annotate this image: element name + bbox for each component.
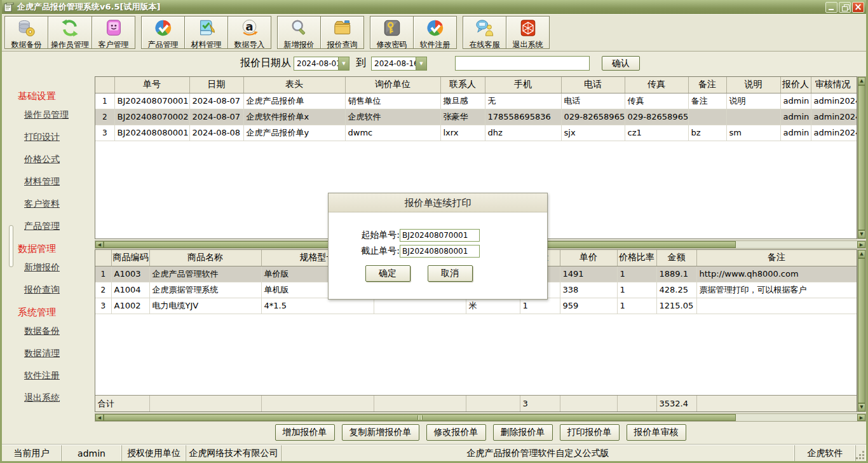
scroll-right-icon[interactable]: ▶ <box>857 414 865 421</box>
cell: 4*1.5 <box>261 298 374 314</box>
cell <box>696 396 857 411</box>
sidebar-item-price-formula[interactable]: 价格公式 <box>24 154 95 165</box>
cell: 企虎软件报价单x <box>243 109 345 125</box>
ok-button[interactable]: 确定 <box>365 265 410 282</box>
toolbar-operator-button[interactable]: 操作员管理 <box>48 16 92 49</box>
column-header: 单号 <box>114 77 189 93</box>
toolbar-backup-button[interactable]: 数据备份 <box>4 16 48 49</box>
filter-bar: 报价日期从 2024-08-01 到 2024-08-16 确认 <box>2 52 866 75</box>
cancel-button[interactable]: 取消 <box>428 265 473 282</box>
scroll-up-icon[interactable]: ▲ <box>858 77 865 85</box>
cell: 企虎产品管理软件 <box>149 266 261 282</box>
toolbar-product-button[interactable]: 产品管理 <box>141 16 185 49</box>
cell: 2024-08-07 <box>189 109 243 125</box>
cell: 说明 <box>726 93 780 109</box>
print-quote-button[interactable]: 打印报价单 <box>560 424 620 441</box>
date-to-combo[interactable]: 2024-08-16 <box>371 57 427 71</box>
toolbar-service-button[interactable]: 在线客服 <box>463 16 506 49</box>
toolbar-material-button[interactable]: 材料管理 <box>184 16 228 49</box>
toolbar-import-button[interactable]: a 数据导入 <box>227 16 271 49</box>
resize-grip[interactable] <box>856 445 866 461</box>
scroll-right-icon[interactable]: ▶ <box>857 241 865 248</box>
cell: 销售单位 <box>345 93 440 109</box>
column-header: 商品名称 <box>149 250 261 266</box>
chevron-down-icon[interactable] <box>416 57 426 70</box>
cell: bz <box>688 125 726 141</box>
toolbar-label: 在线客服 <box>470 40 500 49</box>
status-company: 企虎网络技术有限公司 <box>186 445 281 461</box>
column-header: 表头 <box>243 77 345 93</box>
cell: BJ202408070001 <box>114 93 189 109</box>
toolbar-register-button[interactable]: 软件注册 <box>413 16 457 49</box>
sidebar-item-cleanup[interactable]: 数据清理 <box>24 348 95 359</box>
cell: 1 <box>617 282 656 298</box>
cell: 企虎票据管理系统 <box>149 282 261 298</box>
scroll-down-icon[interactable]: ▼ <box>858 403 865 411</box>
quote-row[interactable]: 1 BJ202408070001 2024-08-07 企虎产品报价单 销售单位… <box>95 93 857 109</box>
sidebar-item-backup[interactable]: 数据备份 <box>24 326 95 337</box>
restore-button[interactable] <box>839 2 851 13</box>
scroll-down-icon[interactable]: ▼ <box>858 230 865 238</box>
sidebar-splitter-grip[interactable] <box>9 225 13 267</box>
toolbar-password-button[interactable]: 修改密码 <box>370 16 414 49</box>
app-window: 企虎产品报价管理系统v6.5[试用版本] 数据备份 操作员管理 客户管理 <box>0 0 868 463</box>
toolbar-label: 数据导入 <box>234 40 265 49</box>
toolbar-customer-button[interactable]: 客户管理 <box>92 16 135 49</box>
copy-new-quote-button[interactable]: 复制新增报价单 <box>342 424 419 441</box>
sidebar-item-exit[interactable]: 退出系统 <box>24 392 95 404</box>
cell <box>726 109 780 125</box>
sidebar-item-register[interactable]: 软件注册 <box>24 370 95 382</box>
add-quote-button[interactable]: 增加报价单 <box>275 424 335 441</box>
cell: 2 <box>95 282 111 298</box>
date-from-combo[interactable]: 2024-08-01 <box>294 57 349 71</box>
date-from-value: 2024-08-01 <box>294 57 338 70</box>
scroll-track[interactable] <box>736 241 857 248</box>
items-horizontal-scrollbar[interactable]: ◀ ▶ <box>95 413 866 422</box>
app-icon <box>4 3 14 12</box>
start-number-label: 起始单号: <box>329 230 400 241</box>
sidebar-item-quote-query[interactable]: 报价查询 <box>24 284 95 296</box>
delete-quote-button[interactable]: 删除报价单 <box>493 424 553 441</box>
sidebar-item-material[interactable]: 材料管理 <box>24 176 95 188</box>
status-user-value: admin <box>62 445 122 461</box>
cell: A1004 <box>111 282 149 298</box>
toolbar-new-quote-button[interactable]: 新增报价 <box>277 16 321 49</box>
quote-row-selected[interactable]: 2 BJ202408070002 2024-08-07 企虎软件报价单x 企虎软… <box>95 109 857 125</box>
chevron-down-icon[interactable] <box>338 57 349 70</box>
scroll-up-icon[interactable]: ▲ <box>858 250 865 258</box>
scroll-thumb[interactable] <box>104 414 736 421</box>
toolbar-label: 软件注册 <box>420 40 451 49</box>
sidebar-item-print-design[interactable]: 打印设计 <box>24 132 95 143</box>
end-number-input[interactable] <box>400 245 480 258</box>
scroll-left-icon[interactable]: ◀ <box>95 241 104 248</box>
quote-row[interactable]: 3 BJ202408080001 2024-08-08 企虎产品报价单y dwm… <box>95 125 857 141</box>
cell: admin2024- <box>811 93 857 109</box>
total-label: 合计 <box>95 396 149 411</box>
items-vertical-scrollbar[interactable]: ▲ ▼ <box>857 249 866 412</box>
sidebar-item-customer[interactable]: 客户资料 <box>24 198 95 210</box>
quotes-vertical-scrollbar[interactable]: ▲ ▼ <box>857 76 866 239</box>
svg-text:a: a <box>245 20 253 33</box>
cell: 1889.1 <box>656 266 696 282</box>
item-row[interactable]: 3 A1002 电力电缆YJV 4*1.5 米 1 959 1 1215.05 <box>95 298 857 314</box>
scroll-thumb[interactable] <box>858 85 865 230</box>
toolbar-exit-button[interactable]: 退出系统 <box>506 16 550 49</box>
audit-quote-button[interactable]: 报价单审核 <box>627 424 686 441</box>
sidebar-item-product[interactable]: 产品管理 <box>24 221 95 232</box>
sidebar-item-operator[interactable]: 操作员管理 <box>24 109 95 121</box>
sidebar-item-new-quote[interactable]: 新增报价 <box>24 262 95 273</box>
start-number-input[interactable] <box>400 229 480 242</box>
scroll-thumb[interactable] <box>858 258 865 403</box>
scroll-track[interactable] <box>736 414 857 421</box>
cell <box>261 396 374 411</box>
scroll-left-icon[interactable]: ◀ <box>95 414 104 421</box>
confirm-button[interactable]: 确认 <box>602 56 640 71</box>
cell: 1 <box>95 93 114 109</box>
close-button[interactable] <box>852 2 864 13</box>
toolbar-query-button[interactable]: 报价查询 <box>320 16 364 49</box>
edit-quote-button[interactable]: 修改报价单 <box>426 424 486 441</box>
title-bar: 企虎产品报价管理系统v6.5[试用版本] <box>2 0 866 14</box>
minimize-button[interactable] <box>825 2 837 13</box>
search-input[interactable] <box>455 56 590 71</box>
cell: sjx <box>561 125 625 141</box>
